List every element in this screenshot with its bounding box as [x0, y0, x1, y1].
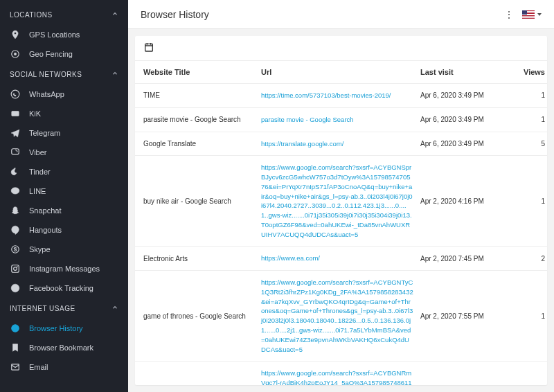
cell-title: Electronic Arts: [143, 255, 261, 262]
cell-views: 2: [510, 255, 545, 262]
cell-url[interactable]: https://www.google.com/search?sxsrf=ACYB…: [261, 163, 420, 239]
table-header: Website Title Url Last visit Views: [135, 61, 547, 84]
cell-views: 1: [510, 91, 545, 99]
main-header: Browser History ⋮: [128, 0, 554, 29]
caret-down-icon: [537, 13, 542, 16]
cell-url[interactable]: https://www.google.com/search?sxsrf=ACYB…: [261, 278, 420, 354]
svg-point-4: [11, 188, 19, 194]
section-label: INTERNET USAGE: [10, 305, 75, 312]
sidebar-item-browser-bookmark[interactable]: Browser Bookmark: [0, 338, 128, 357]
chevron-up-icon: [111, 10, 118, 19]
cell-url[interactable]: https://translate.google.com/: [261, 139, 420, 149]
kebab-menu-icon[interactable]: ⋮: [504, 9, 514, 20]
section-social-networks[interactable]: SOCIAL NETWORKS: [0, 64, 128, 84]
cell-last-visit: Apr 6, 2020 3:49 PM: [420, 140, 510, 148]
panel-toolbar: [135, 36, 547, 61]
svg-point-9: [11, 284, 19, 292]
tinder-icon: [10, 166, 21, 177]
sidebar-item-label: Telegram: [29, 129, 60, 137]
table-row: game of thrones - Google Search https://…: [135, 271, 547, 362]
cell-title: parasite movie - Google Search: [143, 116, 261, 123]
sidebar-item-label: Hangouts: [29, 226, 62, 234]
sidebar-item-label: GPS Locations: [29, 30, 80, 39]
sidebar-item-label: Browser History: [29, 324, 83, 332]
svg-point-2: [11, 90, 19, 98]
sidebar-item-kik[interactable]: KiK: [0, 104, 128, 123]
sidebar-item-label: Skype: [29, 245, 51, 253]
svg-rect-12: [145, 44, 153, 51]
page-title: Browser History: [141, 9, 209, 20]
cell-views: 5: [510, 140, 545, 148]
section-label: SOCIAL NETWORKS: [10, 71, 82, 78]
language-selector[interactable]: [522, 10, 542, 19]
cell-url[interactable]: https://www.google.com/search?sxsrf=ACYB…: [261, 368, 420, 385]
cell-title: Google Translate: [143, 140, 261, 148]
cell-last-visit: Apr 2, 2020 4:16 PM: [420, 197, 510, 205]
facebook-icon: [10, 283, 21, 294]
table-row: Google Translate https://translate.googl…: [135, 132, 547, 157]
cell-url[interactable]: https://time.com/5737103/best-movies-201…: [261, 91, 420, 100]
cell-title: TIME: [143, 91, 261, 99]
sidebar-item-label: Viber: [29, 148, 46, 157]
sidebar-item-label: Tinder: [29, 168, 51, 176]
header-actions: ⋮: [504, 9, 542, 20]
sidebar-item-label: Email: [29, 363, 48, 371]
sidebar-item-whatsapp[interactable]: WhatsApp: [0, 84, 128, 104]
svg-rect-6: [12, 265, 19, 273]
cell-title: buy nike air - Google Search: [143, 197, 261, 205]
sidebar-item-viber[interactable]: Viber: [0, 143, 128, 162]
cell-views: 1: [510, 312, 545, 320]
sidebar-item-label: KiK: [29, 109, 41, 118]
col-title: Website Title: [143, 68, 261, 76]
sidebar-item-line[interactable]: LINE: [0, 181, 128, 201]
sidebar-item-skype[interactable]: Skype: [0, 240, 128, 259]
table-row: parasite movie - Google Search parasite …: [135, 108, 547, 132]
sidebar-item-instagram[interactable]: Instagram Messages: [0, 259, 128, 278]
table-row: https://www.google.com/search?sxsrf=ACYB…: [135, 362, 547, 385]
bookmark-icon: [10, 342, 21, 353]
section-locations[interactable]: LOCATIONS: [0, 4, 128, 25]
sidebar-item-telegram[interactable]: Telegram: [0, 123, 128, 143]
sidebar-item-label: Instagram Messages: [29, 265, 100, 273]
table-row: buy nike air - Google Search https://www…: [135, 156, 547, 247]
content: Website Title Url Last visit Views TIME …: [128, 29, 554, 392]
main: Browser History ⋮ Website Title: [128, 0, 554, 392]
svg-point-8: [17, 267, 17, 267]
cell-url[interactable]: parasite movie - Google Search: [261, 115, 420, 125]
cell-url[interactable]: https://www.ea.com/: [261, 253, 420, 263]
history-table: Website Title Url Last visit Views TIME …: [135, 61, 547, 385]
sidebar-item-gps-locations[interactable]: GPS Locations: [0, 25, 128, 44]
kik-icon: [10, 108, 21, 119]
skype-icon: [10, 244, 21, 255]
cell-last-visit: Apr 2, 2020 7:45 PM: [420, 255, 510, 262]
cell-last-visit: Apr 6, 2020 3:49 PM: [420, 91, 510, 99]
calendar-icon[interactable]: [143, 45, 154, 55]
instagram-icon: [10, 263, 21, 274]
sidebar-item-label: LINE: [29, 187, 46, 195]
cell-title: game of thrones - Google Search: [143, 312, 261, 320]
section-internet-usage[interactable]: INTERNET USAGE: [0, 298, 128, 319]
sidebar-item-email[interactable]: Email: [0, 357, 128, 377]
sidebar-item-browser-history[interactable]: Browser History: [0, 319, 128, 338]
svg-point-1: [14, 53, 17, 55]
svg-point-7: [14, 267, 17, 271]
sidebar-item-hangouts[interactable]: Hangouts: [0, 220, 128, 240]
line-icon: [10, 186, 21, 197]
cell-last-visit: Apr 2, 2020 7:55 PM: [420, 312, 510, 320]
chevron-up-icon: [111, 69, 118, 79]
col-last-visit: Last visit: [420, 68, 510, 76]
email-icon: [10, 362, 21, 373]
sidebar: LOCATIONS GPS Locations Geo Fencing SOCI…: [0, 0, 128, 392]
sidebar-item-tinder[interactable]: Tinder: [0, 162, 128, 181]
sidebar-item-geo-fencing[interactable]: Geo Fencing: [0, 44, 128, 64]
history-icon: [10, 323, 21, 334]
sidebar-item-snapchat[interactable]: Snapchat: [0, 201, 128, 220]
cell-last-visit: Apr 6, 2020 3:49 PM: [420, 116, 510, 123]
sidebar-item-label: Browser Bookmark: [29, 344, 93, 352]
sidebar-item-label: Geo Fencing: [29, 50, 73, 58]
telegram-icon: [10, 127, 21, 139]
history-panel: Website Title Url Last visit Views TIME …: [135, 36, 547, 385]
snapchat-icon: [10, 205, 21, 216]
sidebar-item-label: Facebook Tracking: [29, 284, 93, 292]
sidebar-item-facebook[interactable]: Facebook Tracking: [0, 278, 128, 298]
